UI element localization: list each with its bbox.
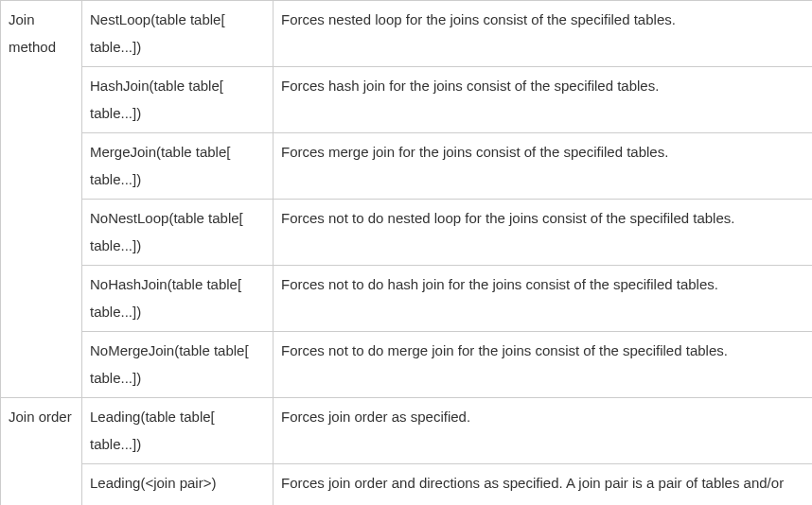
format-cell: NoNestLoop(table table[ table...]) (82, 200, 274, 266)
format-cell: NoHashJoin(table table[ table...]) (82, 266, 274, 332)
format-cell: MergeJoin(table table[ table...]) (82, 133, 274, 200)
table-row: NoNestLoop(table table[ table...]) Force… (1, 200, 813, 266)
description-cell: Forces not to do nested loop for the joi… (274, 200, 813, 266)
description-cell: Forces hash join for the joins consist o… (274, 67, 813, 133)
description-cell: Forces nested loop for the joins consist… (274, 1, 813, 67)
category-cell: Join order (1, 398, 82, 506)
hints-table: Join method NestLoop(table table[ table.… (0, 0, 812, 505)
table-row: Join order Leading(table table[ table...… (1, 398, 813, 464)
format-cell: NestLoop(table table[ table...]) (82, 1, 274, 67)
table-row: Leading(<join pair>) Forces join order a… (1, 464, 813, 506)
category-cell: Join method (1, 1, 82, 398)
table-row: NoMergeJoin(table table[ table...]) Forc… (1, 332, 813, 398)
description-cell: Forces join order as specified. (274, 398, 813, 464)
table-row: HashJoin(table table[ table...]) Forces … (1, 67, 813, 133)
table-row: MergeJoin(table table[ table...]) Forces… (1, 133, 813, 200)
description-cell: Forces not to do merge join for the join… (274, 332, 813, 398)
description-cell: Forces not to do hash join for the joins… (274, 266, 813, 332)
format-cell: HashJoin(table table[ table...]) (82, 67, 274, 133)
table-row: NoHashJoin(table table[ table...]) Force… (1, 266, 813, 332)
table-row: Join method NestLoop(table table[ table.… (1, 1, 813, 67)
format-cell: NoMergeJoin(table table[ table...]) (82, 332, 274, 398)
format-cell: Leading(<join pair>) (82, 464, 274, 506)
description-cell: Forces join order and directions as spec… (274, 464, 813, 506)
description-cell: Forces merge join for the joins consist … (274, 133, 813, 200)
format-cell: Leading(table table[ table...]) (82, 398, 274, 464)
